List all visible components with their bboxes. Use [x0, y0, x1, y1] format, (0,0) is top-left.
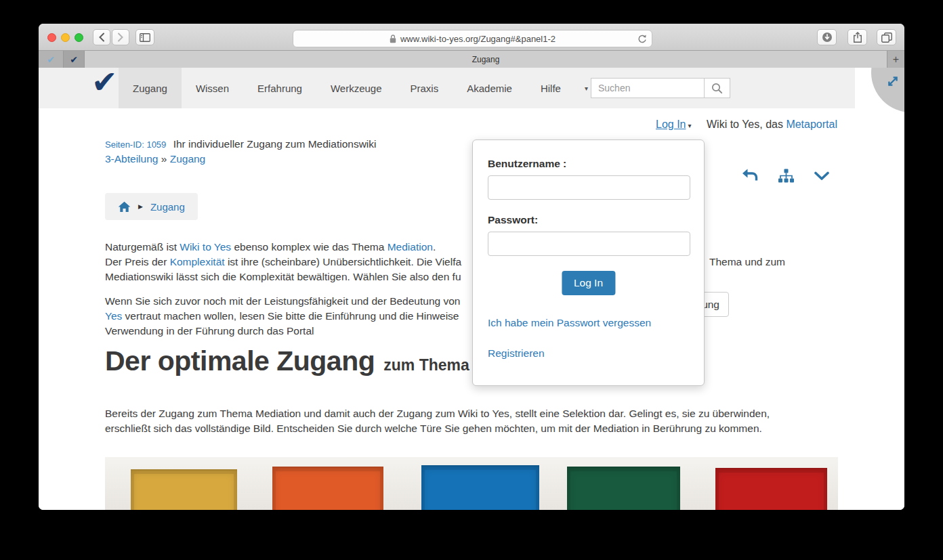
forward-button[interactable]	[112, 29, 129, 45]
current-page-link[interactable]: Zugang	[170, 153, 206, 165]
nav-item-zugang[interactable]: Zugang	[119, 68, 182, 108]
new-tab-button[interactable]: +	[887, 51, 904, 68]
sidebar-icon	[140, 33, 150, 42]
address-bar[interactable]: www.wiki-to-yes.org/Zugang#&panel1-2	[293, 30, 652, 47]
breadcrumb-current-link[interactable]: Zugang	[150, 201, 185, 213]
breadcrumb-arrow-icon: ▶	[138, 203, 143, 210]
text-line: Mediationswiki lässt sich die Komplexitä…	[105, 271, 838, 286]
page-id-badge: Seiten-ID: 1059	[105, 139, 166, 150]
share-button[interactable]	[847, 29, 867, 45]
url-text: www.wiki-to-yes.org/Zugang#&panel1-2	[400, 34, 556, 44]
sidebar-button[interactable]	[135, 29, 154, 45]
nav-item-erfahrung[interactable]: Erfahrung	[243, 68, 316, 108]
caret-down-icon: ▾	[688, 122, 691, 129]
red-door	[715, 468, 826, 510]
search-input[interactable]	[591, 78, 705, 98]
heading-sub: zum Thema u	[383, 356, 483, 374]
username-field[interactable]	[488, 175, 690, 200]
downloads-button[interactable]	[817, 29, 837, 45]
forgot-password-link[interactable]: Ich habe mein Passwort vergessen	[488, 317, 651, 329]
login-dropdown-panel: Benutzername : Passwort: Log In Ich habe…	[472, 139, 705, 386]
site-logo-checkmark-icon[interactable]: ✔	[91, 68, 118, 100]
text-line: Bereits der Zugang zum Thema Mediation u…	[105, 408, 838, 423]
nav-item-hilfe[interactable]: Hilfe	[526, 68, 575, 108]
minimize-window-button[interactable]	[61, 33, 70, 42]
metaportal-link[interactable]: Metaportal	[786, 119, 837, 130]
undo-arrow-button[interactable]	[740, 168, 758, 184]
browser-toolbar: www.wiki-to-yes.org/Zugang#&panel1-2	[39, 24, 904, 51]
chevron-down-button[interactable]	[814, 171, 829, 181]
text-line: Verwendung in der Führung durch das Port…	[105, 325, 838, 340]
password-field[interactable]	[488, 232, 690, 256]
search-button[interactable]	[705, 78, 730, 98]
green-door	[567, 467, 681, 510]
breadcrumb-separator: »	[161, 153, 170, 165]
home-icon[interactable]	[118, 201, 131, 213]
nav-item-akademie[interactable]: Akademie	[453, 68, 526, 108]
nav-item-wissen[interactable]: Wissen	[182, 68, 243, 108]
checkmark-favicon-icon: ✔	[47, 54, 55, 65]
text-line: Der Preis der Komplexität ist ihre (sche…	[105, 256, 838, 271]
nav-item-praxis[interactable]: Praxis	[396, 68, 453, 108]
text-segment: erschließt sich das vollständige Bild. E…	[105, 423, 762, 434]
tabs-icon	[881, 33, 892, 43]
intro-paragraph: Naturgemäß ist Wiki to Yes ebenso komple…	[105, 241, 838, 286]
active-tab[interactable]: Zugang	[85, 51, 887, 68]
text-fragment-right-of-panel: Thema und zum	[709, 256, 785, 268]
show-tabs-button[interactable]	[877, 29, 896, 45]
text-segment: Bereits der Zugang zum Thema Mediation u…	[105, 408, 770, 419]
text-segment: ist ihre (scheinbare) Unübersichtlichkei…	[225, 256, 461, 267]
page-subtitle: Ihr individueller Zugang zum Mediationsw…	[173, 138, 377, 150]
chevron-left-icon	[98, 33, 105, 42]
blue-door	[421, 465, 539, 510]
share-icon	[853, 32, 862, 43]
pinned-tab-2[interactable]: ✔	[64, 51, 85, 68]
pinned-tab-1[interactable]: ✔	[39, 51, 64, 68]
page-meta-line: Seiten-ID: 1059 Ihr individueller Zugang…	[105, 138, 376, 150]
page-heading: Der optimale Zugangzum Thema u	[105, 345, 483, 377]
button-label-fragment: ung	[702, 299, 719, 311]
text-segment: Naturgemäß ist	[105, 241, 180, 253]
text-segment: ebenso komplex wie das Thema	[231, 241, 387, 253]
username-label: Benutzername :	[488, 158, 566, 170]
text-segment: Wenn Sie sich zuvor noch mit der Leistun…	[105, 295, 460, 307]
text-segment: .	[433, 241, 436, 253]
inline-link[interactable]: Yes	[105, 310, 122, 322]
refresh-icon	[637, 34, 647, 44]
fullscreen-toggle-button[interactable]	[886, 74, 900, 91]
nav-item-werkzeuge[interactable]: Werkzeuge	[316, 68, 396, 108]
site-search	[591, 78, 730, 98]
refresh-button[interactable]	[637, 34, 647, 46]
doors-photo	[105, 457, 838, 510]
heading-main: Der optimale Zugang	[105, 345, 375, 376]
section-breadcrumb: 3-Abteilung » Zugang	[105, 153, 205, 165]
sitemap-button[interactable]	[778, 169, 795, 184]
password-label: Passwort:	[488, 214, 538, 226]
browser-window: www.wiki-to-yes.org/Zugang#&panel1-2	[39, 24, 904, 510]
plus-icon: +	[893, 53, 899, 66]
inline-link[interactable]: Mediation	[387, 241, 433, 253]
main-menu: ZugangWissenErfahrungWerkzeugePraxisAkad…	[119, 68, 598, 108]
login-submit-button[interactable]: Log In	[562, 271, 615, 295]
inline-link[interactable]: Wiki to Yes	[180, 241, 231, 253]
lock-icon	[390, 35, 396, 43]
text-segment: Der Preis der	[105, 256, 170, 267]
register-link[interactable]: Registrieren	[488, 347, 545, 360]
text-line: erschließt sich das vollständige Bild. E…	[105, 423, 838, 437]
text-segment: vertraut machen wollen, lesen Sie bitte …	[122, 310, 459, 322]
selection-paragraph: Bereits der Zugang zum Thema Mediation u…	[105, 408, 838, 437]
page-action-icons	[740, 168, 829, 184]
close-window-button[interactable]	[47, 33, 56, 42]
magnifier-icon	[711, 83, 723, 94]
back-button[interactable]	[93, 29, 110, 45]
section-link[interactable]: 3-Abteilung	[105, 153, 158, 165]
login-dropdown-link[interactable]: Log In▾	[656, 119, 692, 131]
breadcrumb: ▶ Zugang	[105, 193, 198, 220]
chevron-right-icon	[117, 33, 124, 42]
text-segment: Mediationswiki lässt sich die Komplexitä…	[105, 271, 461, 282]
inline-link[interactable]: Komplexität	[170, 256, 225, 267]
tab-bar: ✔ ✔ Zugang +	[39, 51, 904, 68]
zoom-window-button[interactable]	[75, 33, 83, 42]
text-segment: Verwendung in der Führung durch das Port…	[105, 325, 314, 337]
text-line: Naturgemäß ist Wiki to Yes ebenso komple…	[105, 241, 838, 256]
